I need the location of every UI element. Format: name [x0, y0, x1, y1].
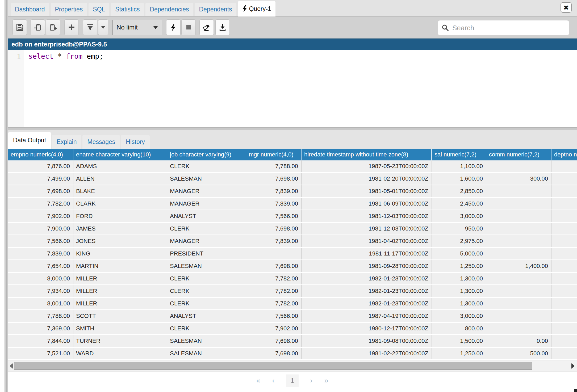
grid-cell[interactable]: 7,698.00: [246, 260, 302, 272]
grid-cell[interactable]: [486, 235, 551, 247]
filter-dropdown-button[interactable]: [98, 19, 108, 35]
grid-cell[interactable]: 7,788.00: [8, 310, 73, 322]
grid-cell[interactable]: [486, 285, 551, 297]
grid-cell[interactable]: MANAGER: [167, 198, 246, 210]
grid-cell[interactable]: SALESMAN: [167, 173, 246, 185]
scroll-left-arrow-icon[interactable]: [9, 360, 14, 372]
grid-cell[interactable]: 1982-01-23T00:00:00Z: [302, 273, 432, 284]
grid-cell[interactable]: 1,400.00: [486, 260, 551, 272]
grid-cell[interactable]: 7,698.00: [8, 185, 73, 197]
column-header-hiredate[interactable]: hiredate timestamp without time zone(8): [302, 149, 432, 160]
tab-data-output[interactable]: Data Output: [8, 132, 51, 149]
table-row[interactable]: 7,566.00JONESMANAGER7,839.001981-04-02T0…: [8, 235, 577, 247]
grid-cell[interactable]: ADAMS: [73, 160, 167, 172]
grid-cell[interactable]: [486, 323, 551, 334]
grid-cell[interactable]: 2,975.00: [432, 235, 486, 247]
grid-cell[interactable]: MANAGER: [167, 235, 246, 247]
resize-grip[interactable]: [574, 389, 577, 392]
grid-cell[interactable]: 2,450.00: [432, 198, 486, 210]
grid-cell[interactable]: 7,698.00: [246, 335, 302, 347]
grid-cell[interactable]: [551, 223, 577, 235]
execute-button[interactable]: [166, 19, 181, 35]
column-header-mgr[interactable]: mgr numeric(4,0): [246, 149, 302, 160]
grid-cell[interactable]: ANALYST: [167, 310, 246, 322]
grid-cell[interactable]: 8,001.00: [8, 298, 73, 309]
column-header-sal[interactable]: sal numeric(7,2): [432, 149, 486, 160]
next-page-button[interactable]: ›: [310, 376, 313, 385]
grid-cell[interactable]: [486, 223, 551, 235]
table-row[interactable]: 8,001.00MILLERCLERK7,782.001982-01-23T00…: [8, 298, 577, 309]
save-button[interactable]: [12, 19, 27, 35]
grid-cell[interactable]: [551, 260, 577, 272]
grid-cell[interactable]: 7,369.00: [8, 323, 73, 334]
grid-cell[interactable]: 7,566.00: [8, 235, 73, 247]
table-row[interactable]: 7,654.00MARTINSALESMAN7,698.001981-09-28…: [8, 260, 577, 272]
editor-results-splitter[interactable]: [8, 127, 577, 130]
table-row[interactable]: 7,698.00BLAKEMANAGER7,839.001981-05-01T0…: [8, 185, 577, 197]
scrollbar-thumb[interactable]: [14, 362, 532, 370]
tab-sql[interactable]: SQL: [89, 3, 109, 16]
tab-explain[interactable]: Explain: [52, 135, 81, 149]
grid-cell[interactable]: 7,902.00: [246, 323, 302, 334]
table-row[interactable]: 7,844.00TURNERSALESMAN7,698.001981-09-08…: [8, 335, 577, 347]
column-header-comm[interactable]: comm numeric(7,2): [486, 149, 551, 160]
grid-cell[interactable]: [551, 285, 577, 297]
grid-cell[interactable]: 7,698.00: [246, 223, 302, 235]
grid-cell[interactable]: [551, 210, 577, 222]
grid-cell[interactable]: 800.00: [432, 323, 486, 334]
grid-cell[interactable]: 7,839.00: [246, 198, 302, 210]
grid-cell[interactable]: 1,100.00: [432, 160, 486, 172]
sql-code-line[interactable]: select * from emp;: [28, 52, 577, 60]
grid-cell[interactable]: JAMES: [73, 223, 167, 235]
grid-cell[interactable]: 7,782.00: [246, 285, 302, 297]
search-input[interactable]: [452, 24, 565, 32]
grid-cell[interactable]: [486, 298, 551, 309]
table-row[interactable]: 7,902.00FORDANALYST7,566.001981-12-03T00…: [8, 210, 577, 222]
grid-cell[interactable]: 1,300.00: [432, 273, 486, 284]
grid-cell[interactable]: 7,566.00: [246, 310, 302, 322]
grid-cell[interactable]: [486, 248, 551, 259]
grid-cell[interactable]: 7,782.00: [246, 273, 302, 284]
add-row-button[interactable]: [64, 19, 79, 35]
grid-cell[interactable]: TURNER: [73, 335, 167, 347]
grid-cell[interactable]: 3,000.00: [432, 310, 486, 322]
grid-cell[interactable]: 1,300.00: [432, 285, 486, 297]
grid-cell[interactable]: ANALYST: [167, 210, 246, 222]
grid-cell[interactable]: [551, 335, 577, 347]
grid-cell[interactable]: 1,600.00: [432, 173, 486, 185]
last-page-button[interactable]: »: [324, 376, 329, 385]
grid-cell[interactable]: 1,250.00: [432, 260, 486, 272]
horizontal-scrollbar[interactable]: [8, 360, 577, 372]
grid-cell[interactable]: [486, 310, 551, 322]
grid-cell[interactable]: 1,250.00: [432, 348, 486, 359]
grid-cell[interactable]: 7,499.00: [8, 173, 73, 185]
column-header-job[interactable]: job character varying(9): [167, 149, 246, 160]
grid-cell[interactable]: MILLER: [73, 285, 167, 297]
grid-cell[interactable]: [551, 273, 577, 284]
grid-cell[interactable]: PRESIDENT: [167, 248, 246, 259]
stop-button[interactable]: [181, 19, 196, 35]
grid-cell[interactable]: CLARK: [73, 198, 167, 210]
table-row[interactable]: 7,369.00SMITHCLERK7,902.001980-12-17T00:…: [8, 323, 577, 334]
grid-cell[interactable]: MILLER: [73, 273, 167, 284]
grid-cell[interactable]: 1981-11-17T00:00:00Z: [302, 248, 432, 259]
table-row[interactable]: 7,499.00ALLENSALESMAN7,698.001981-02-20T…: [8, 173, 577, 185]
grid-cell[interactable]: 1981-02-22T00:00:00Z: [302, 348, 432, 359]
column-header-empno[interactable]: empno numeric(4,0): [8, 149, 73, 160]
grid-cell[interactable]: MARTIN: [73, 260, 167, 272]
filter-button[interactable]: [83, 19, 97, 35]
grid-cell[interactable]: FORD: [73, 210, 167, 222]
grid-cell[interactable]: 1980-12-17T00:00:00Z: [302, 323, 432, 334]
download-button[interactable]: [215, 19, 230, 35]
grid-cell[interactable]: JONES: [73, 235, 167, 247]
grid-cell[interactable]: 7,782.00: [8, 198, 73, 210]
column-header-ename[interactable]: ename character varying(10): [73, 149, 167, 160]
grid-cell[interactable]: 1981-02-20T00:00:00Z: [302, 173, 432, 185]
tab-properties[interactable]: Properties: [51, 3, 87, 16]
close-button[interactable]: ✖: [561, 2, 572, 13]
grid-cell[interactable]: 1982-01-23T00:00:00Z: [302, 298, 432, 309]
tab-dependents[interactable]: Dependents: [195, 3, 236, 16]
grid-cell[interactable]: 7,839.00: [246, 235, 302, 247]
table-row[interactable]: 7,521.00WARDSALESMAN7,698.001981-02-22T0…: [8, 348, 577, 359]
grid-cell[interactable]: SALESMAN: [167, 260, 246, 272]
